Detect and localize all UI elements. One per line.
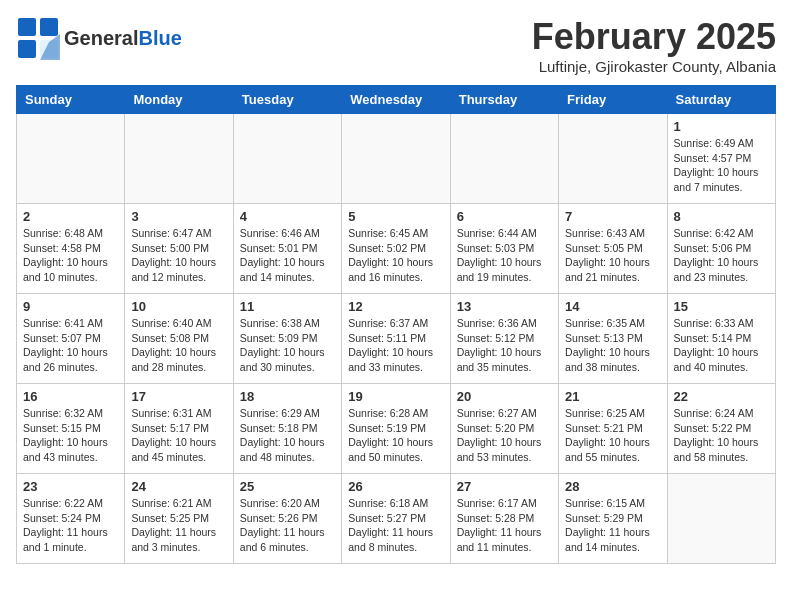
calendar-cell: 14Sunrise: 6:35 AM Sunset: 5:13 PM Dayli… xyxy=(559,294,667,384)
calendar-week-row: 9Sunrise: 6:41 AM Sunset: 5:07 PM Daylig… xyxy=(17,294,776,384)
weekday-header: Thursday xyxy=(450,86,558,114)
day-number: 26 xyxy=(348,479,443,494)
day-info: Sunrise: 6:43 AM Sunset: 5:05 PM Dayligh… xyxy=(565,226,660,285)
title-area: February 2025 Luftinje, Gjirokaster Coun… xyxy=(532,16,776,75)
weekday-header: Saturday xyxy=(667,86,775,114)
day-number: 20 xyxy=(457,389,552,404)
calendar-cell xyxy=(233,114,341,204)
day-number: 25 xyxy=(240,479,335,494)
calendar-cell: 10Sunrise: 6:40 AM Sunset: 5:08 PM Dayli… xyxy=(125,294,233,384)
day-number: 10 xyxy=(131,299,226,314)
calendar-cell: 13Sunrise: 6:36 AM Sunset: 5:12 PM Dayli… xyxy=(450,294,558,384)
logo-blue: Blue xyxy=(138,27,181,49)
calendar-cell: 7Sunrise: 6:43 AM Sunset: 5:05 PM Daylig… xyxy=(559,204,667,294)
day-info: Sunrise: 6:36 AM Sunset: 5:12 PM Dayligh… xyxy=(457,316,552,375)
day-info: Sunrise: 6:18 AM Sunset: 5:27 PM Dayligh… xyxy=(348,496,443,555)
day-number: 24 xyxy=(131,479,226,494)
calendar-cell: 15Sunrise: 6:33 AM Sunset: 5:14 PM Dayli… xyxy=(667,294,775,384)
day-info: Sunrise: 6:21 AM Sunset: 5:25 PM Dayligh… xyxy=(131,496,226,555)
day-info: Sunrise: 6:48 AM Sunset: 4:58 PM Dayligh… xyxy=(23,226,118,285)
day-number: 27 xyxy=(457,479,552,494)
calendar-cell xyxy=(342,114,450,204)
calendar-cell xyxy=(17,114,125,204)
day-info: Sunrise: 6:33 AM Sunset: 5:14 PM Dayligh… xyxy=(674,316,769,375)
day-number: 16 xyxy=(23,389,118,404)
calendar-week-row: 1Sunrise: 6:49 AM Sunset: 4:57 PM Daylig… xyxy=(17,114,776,204)
day-number: 11 xyxy=(240,299,335,314)
day-number: 22 xyxy=(674,389,769,404)
logo-icon xyxy=(16,16,60,60)
calendar-week-row: 2Sunrise: 6:48 AM Sunset: 4:58 PM Daylig… xyxy=(17,204,776,294)
calendar-week-row: 16Sunrise: 6:32 AM Sunset: 5:15 PM Dayli… xyxy=(17,384,776,474)
page-subtitle: Luftinje, Gjirokaster County, Albania xyxy=(532,58,776,75)
page-header: GeneralBlue February 2025 Luftinje, Gjir… xyxy=(16,16,776,75)
day-number: 15 xyxy=(674,299,769,314)
day-number: 3 xyxy=(131,209,226,224)
day-info: Sunrise: 6:38 AM Sunset: 5:09 PM Dayligh… xyxy=(240,316,335,375)
weekday-header: Wednesday xyxy=(342,86,450,114)
day-number: 6 xyxy=(457,209,552,224)
weekday-header: Friday xyxy=(559,86,667,114)
calendar-cell: 3Sunrise: 6:47 AM Sunset: 5:00 PM Daylig… xyxy=(125,204,233,294)
calendar-cell: 12Sunrise: 6:37 AM Sunset: 5:11 PM Dayli… xyxy=(342,294,450,384)
calendar-cell: 27Sunrise: 6:17 AM Sunset: 5:28 PM Dayli… xyxy=(450,474,558,564)
svg-rect-1 xyxy=(40,18,58,36)
calendar-cell: 18Sunrise: 6:29 AM Sunset: 5:18 PM Dayli… xyxy=(233,384,341,474)
day-info: Sunrise: 6:47 AM Sunset: 5:00 PM Dayligh… xyxy=(131,226,226,285)
logo: GeneralBlue xyxy=(16,16,182,60)
day-number: 2 xyxy=(23,209,118,224)
calendar-week-row: 23Sunrise: 6:22 AM Sunset: 5:24 PM Dayli… xyxy=(17,474,776,564)
calendar-cell xyxy=(667,474,775,564)
day-info: Sunrise: 6:17 AM Sunset: 5:28 PM Dayligh… xyxy=(457,496,552,555)
calendar-cell: 28Sunrise: 6:15 AM Sunset: 5:29 PM Dayli… xyxy=(559,474,667,564)
day-number: 8 xyxy=(674,209,769,224)
calendar-cell: 9Sunrise: 6:41 AM Sunset: 5:07 PM Daylig… xyxy=(17,294,125,384)
day-info: Sunrise: 6:46 AM Sunset: 5:01 PM Dayligh… xyxy=(240,226,335,285)
calendar-cell: 23Sunrise: 6:22 AM Sunset: 5:24 PM Dayli… xyxy=(17,474,125,564)
calendar-cell: 16Sunrise: 6:32 AM Sunset: 5:15 PM Dayli… xyxy=(17,384,125,474)
day-info: Sunrise: 6:42 AM Sunset: 5:06 PM Dayligh… xyxy=(674,226,769,285)
calendar-cell: 19Sunrise: 6:28 AM Sunset: 5:19 PM Dayli… xyxy=(342,384,450,474)
day-number: 28 xyxy=(565,479,660,494)
day-info: Sunrise: 6:32 AM Sunset: 5:15 PM Dayligh… xyxy=(23,406,118,465)
day-info: Sunrise: 6:31 AM Sunset: 5:17 PM Dayligh… xyxy=(131,406,226,465)
day-number: 19 xyxy=(348,389,443,404)
day-number: 12 xyxy=(348,299,443,314)
calendar-cell: 11Sunrise: 6:38 AM Sunset: 5:09 PM Dayli… xyxy=(233,294,341,384)
day-info: Sunrise: 6:25 AM Sunset: 5:21 PM Dayligh… xyxy=(565,406,660,465)
day-number: 14 xyxy=(565,299,660,314)
day-info: Sunrise: 6:28 AM Sunset: 5:19 PM Dayligh… xyxy=(348,406,443,465)
calendar-cell xyxy=(450,114,558,204)
calendar-cell: 2Sunrise: 6:48 AM Sunset: 4:58 PM Daylig… xyxy=(17,204,125,294)
weekday-header: Monday xyxy=(125,86,233,114)
day-info: Sunrise: 6:29 AM Sunset: 5:18 PM Dayligh… xyxy=(240,406,335,465)
page-title: February 2025 xyxy=(532,16,776,58)
calendar-header-row: SundayMondayTuesdayWednesdayThursdayFrid… xyxy=(17,86,776,114)
day-info: Sunrise: 6:20 AM Sunset: 5:26 PM Dayligh… xyxy=(240,496,335,555)
calendar-cell: 24Sunrise: 6:21 AM Sunset: 5:25 PM Dayli… xyxy=(125,474,233,564)
day-info: Sunrise: 6:27 AM Sunset: 5:20 PM Dayligh… xyxy=(457,406,552,465)
calendar-table: SundayMondayTuesdayWednesdayThursdayFrid… xyxy=(16,85,776,564)
day-number: 21 xyxy=(565,389,660,404)
calendar-cell: 4Sunrise: 6:46 AM Sunset: 5:01 PM Daylig… xyxy=(233,204,341,294)
day-number: 18 xyxy=(240,389,335,404)
day-info: Sunrise: 6:44 AM Sunset: 5:03 PM Dayligh… xyxy=(457,226,552,285)
calendar-cell: 22Sunrise: 6:24 AM Sunset: 5:22 PM Dayli… xyxy=(667,384,775,474)
calendar-cell: 21Sunrise: 6:25 AM Sunset: 5:21 PM Dayli… xyxy=(559,384,667,474)
day-info: Sunrise: 6:35 AM Sunset: 5:13 PM Dayligh… xyxy=(565,316,660,375)
day-info: Sunrise: 6:45 AM Sunset: 5:02 PM Dayligh… xyxy=(348,226,443,285)
day-number: 13 xyxy=(457,299,552,314)
calendar-cell: 17Sunrise: 6:31 AM Sunset: 5:17 PM Dayli… xyxy=(125,384,233,474)
day-number: 7 xyxy=(565,209,660,224)
calendar-cell: 25Sunrise: 6:20 AM Sunset: 5:26 PM Dayli… xyxy=(233,474,341,564)
calendar-cell: 6Sunrise: 6:44 AM Sunset: 5:03 PM Daylig… xyxy=(450,204,558,294)
day-info: Sunrise: 6:40 AM Sunset: 5:08 PM Dayligh… xyxy=(131,316,226,375)
svg-rect-0 xyxy=(18,18,36,36)
calendar-cell: 5Sunrise: 6:45 AM Sunset: 5:02 PM Daylig… xyxy=(342,204,450,294)
day-info: Sunrise: 6:41 AM Sunset: 5:07 PM Dayligh… xyxy=(23,316,118,375)
day-number: 4 xyxy=(240,209,335,224)
calendar-cell xyxy=(559,114,667,204)
day-number: 1 xyxy=(674,119,769,134)
logo-general: General xyxy=(64,27,138,49)
calendar-cell: 1Sunrise: 6:49 AM Sunset: 4:57 PM Daylig… xyxy=(667,114,775,204)
